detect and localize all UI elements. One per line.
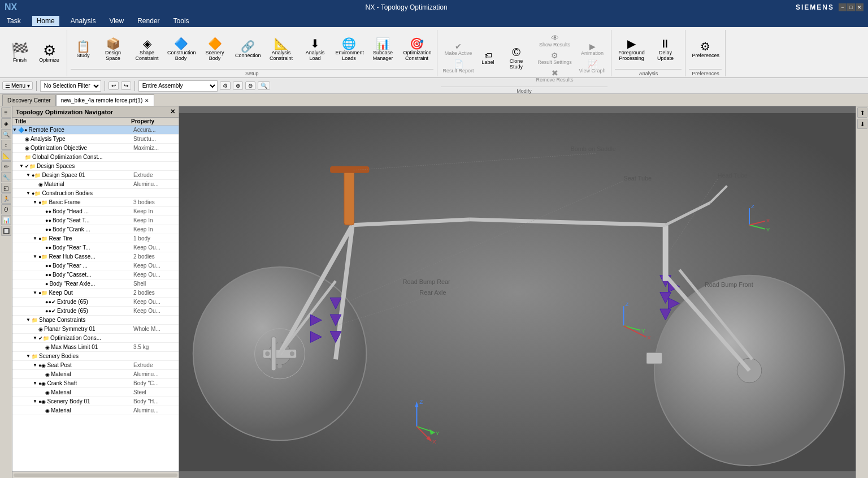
minimize-button[interactable]: − bbox=[839, 3, 847, 11]
panel-close-icon[interactable]: ✕ bbox=[170, 108, 175, 115]
undo-button[interactable]: ↩ bbox=[108, 81, 119, 90]
tree-toggle[interactable]: ▼ bbox=[33, 381, 38, 386]
menu-render[interactable]: Render bbox=[135, 16, 162, 26]
tree-row[interactable]: ◉ Material Steel bbox=[12, 388, 179, 397]
tree-row[interactable]: ▼ 📁 Shape Constraints bbox=[12, 316, 179, 325]
tree-toggle[interactable]: ▼ bbox=[26, 354, 32, 359]
menu-task[interactable]: Task bbox=[5, 16, 23, 26]
tree-toggle[interactable]: ▼ bbox=[33, 363, 38, 368]
tree-toggle[interactable]: ▼ bbox=[33, 335, 38, 341]
tree-toggle[interactable]: ▼ bbox=[26, 191, 32, 196]
preferences-button[interactable]: ⚙ Preferences bbox=[689, 39, 722, 61]
zoom-out-button[interactable]: ⊖ bbox=[245, 81, 255, 90]
sidebar-icon-4[interactable]: ↕ bbox=[1, 140, 11, 150]
win-controls[interactable]: − □ ✕ bbox=[839, 3, 863, 11]
environment-loads-button[interactable]: 🌐 Environment Loads bbox=[333, 36, 366, 63]
menu-home[interactable]: Home bbox=[32, 16, 59, 26]
sidebar-icon-1[interactable]: ≡ bbox=[1, 107, 11, 118]
filter-settings-button[interactable]: ⚙ bbox=[220, 81, 231, 90]
menu-view[interactable]: View bbox=[107, 16, 126, 26]
view-graph-button[interactable]: 📈 View Graph bbox=[577, 58, 608, 75]
sidebar-icon-2[interactable]: ◈ bbox=[1, 118, 11, 128]
subcase-manager-button[interactable]: 📊 Subcase Manager bbox=[367, 36, 400, 63]
tree-row[interactable]: ●●✔ Extrude (65) Keep Ou... bbox=[12, 298, 179, 307]
tree-row[interactable]: ● Body "Rear Axle... Shell bbox=[12, 279, 179, 288]
result-settings-button[interactable]: ⚙ Result Settings bbox=[534, 50, 576, 67]
tree-row[interactable]: ▼ ●📁 Rear Tire 1 body bbox=[12, 234, 179, 243]
tree-row[interactable]: ◉ Material Aluminu... bbox=[12, 406, 179, 415]
study-button[interactable]: 📋 Study bbox=[71, 39, 96, 61]
sidebar-icon-5[interactable]: 📐 bbox=[1, 150, 11, 161]
panel-scrollbar[interactable] bbox=[12, 471, 179, 478]
optimize-button[interactable]: ⚙ Optimize bbox=[35, 40, 63, 66]
tree-row[interactable]: ▼ 🔷● Remote Force Accura... bbox=[12, 126, 179, 135]
tree-toggle[interactable]: ▼ bbox=[26, 317, 32, 322]
tree-row[interactable]: ▼ 📁 Scenery Bodies bbox=[12, 352, 179, 361]
scenery-body-button[interactable]: 🔶 Scenery Body bbox=[198, 36, 231, 63]
tree-row[interactable]: ▼ ●📁 Keep Out 2 bodies bbox=[12, 288, 179, 298]
tree-toggle[interactable]: ▼ bbox=[26, 173, 32, 178]
tree-row[interactable]: ◉ Analysis Type Structu... bbox=[12, 135, 179, 144]
sidebar-icon-6[interactable]: ✏ bbox=[1, 161, 11, 171]
design-space-button[interactable]: 📦 Design Space bbox=[97, 36, 129, 63]
sidebar-icon-10[interactable]: ⏱ bbox=[1, 204, 11, 214]
sidebar-icon-7[interactable]: 🔧 bbox=[1, 172, 11, 182]
assembly-filter-dropdown[interactable]: Entire Assembly bbox=[138, 80, 218, 92]
zoom-in-button[interactable]: ⊕ bbox=[233, 81, 243, 90]
show-results-button[interactable]: 👁 Show Results bbox=[534, 32, 576, 49]
tab-model[interactable]: new_bike_4a remote force.prt(1) ✕ bbox=[56, 94, 155, 106]
tree-toggle[interactable]: ▼ bbox=[33, 236, 38, 241]
optimization-constraint-button[interactable]: 🎯 Optimization Constraint bbox=[401, 36, 433, 63]
label-button[interactable]: 🏷 Label bbox=[478, 50, 499, 67]
menu-tools[interactable]: Tools bbox=[171, 16, 192, 26]
tree-row[interactable]: ●● Body "Head ... Keep In bbox=[12, 207, 179, 216]
tree-row[interactable]: ▼ ●📁 Rear Hub Casse... 2 bodies bbox=[12, 252, 179, 261]
tree-row[interactable]: 📁 Global Optimization Const... bbox=[12, 153, 179, 162]
delay-update-button[interactable]: ⏸ Delay Update bbox=[649, 36, 682, 63]
tree-row[interactable]: ▼ ✔📁 Design Spaces bbox=[12, 162, 179, 171]
tree-row[interactable]: ▼ ●◉ Scenery Body 01 Body "H... bbox=[12, 397, 179, 406]
tree-row[interactable]: ◉ Material Aluminu... bbox=[12, 370, 179, 379]
right-sidebar-icon-2[interactable]: ⬇ bbox=[857, 119, 867, 129]
sidebar-icon-3[interactable]: 🔍 bbox=[1, 129, 11, 139]
tree-row[interactable]: ◉ Optimization Objective Maximiz... bbox=[12, 144, 179, 153]
tree-toggle[interactable]: ▼ bbox=[19, 163, 25, 169]
tree-toggle[interactable]: ▼ bbox=[33, 200, 38, 205]
clone-study-button[interactable]: © Clone Study bbox=[500, 45, 533, 72]
tree-toggle[interactable]: ▼ bbox=[12, 127, 18, 132]
maximize-button[interactable]: □ bbox=[847, 3, 855, 11]
tree-row[interactable]: ▼ ●📁 Construction Bodies bbox=[12, 189, 179, 198]
make-active-button[interactable]: ✔ Make Active bbox=[441, 41, 476, 58]
animation-button[interactable]: ▶ Animation bbox=[577, 41, 608, 58]
redo-button[interactable]: ↪ bbox=[121, 81, 131, 90]
tree-row[interactable]: ◉ Max Mass Limit 01 3.5 kg bbox=[12, 343, 179, 352]
menu-analysis[interactable]: Analysis bbox=[68, 16, 98, 26]
remove-results-button[interactable]: ✖ Remove Results bbox=[534, 67, 576, 84]
foreground-processing-button[interactable]: ▶ Foreground Processing bbox=[615, 36, 648, 63]
tree-row[interactable]: ●● Body "Rear ... Keep Ou... bbox=[12, 261, 179, 270]
sidebar-icon-9[interactable]: 🏃 bbox=[1, 193, 11, 204]
analysis-load-button[interactable]: ⬇ Analysis Load bbox=[299, 36, 332, 63]
right-sidebar-icon-1[interactable]: ⬆ bbox=[857, 107, 867, 118]
zoom-fit-button[interactable]: 🔍 bbox=[258, 81, 270, 90]
tree-row[interactable]: ▼ ●◉ Seat Post Extrude bbox=[12, 361, 179, 370]
tree-row[interactable]: ●● Body "Rear T... Keep Ou... bbox=[12, 243, 179, 252]
connection-button[interactable]: 🔗 Connection bbox=[232, 39, 264, 61]
finish-button[interactable]: 🏁 Finish bbox=[6, 40, 34, 66]
close-button[interactable]: ✕ bbox=[856, 3, 863, 11]
tree-row[interactable]: ▼ ●◉ Crank Shaft Body "C... bbox=[12, 379, 179, 388]
tree-row[interactable]: ●● Body "Seat T... Keep In bbox=[12, 216, 179, 225]
tree-row[interactable]: ●● Body "Crank ... Keep In bbox=[12, 225, 179, 234]
result-report-button[interactable]: 📄 Result Report bbox=[441, 58, 476, 75]
viewport[interactable]: Z Y X Z Y X bbox=[179, 106, 856, 478]
tree-toggle[interactable]: ▼ bbox=[33, 290, 38, 295]
tree-row[interactable]: ◉ Planar Symmetry 01 Whole M... bbox=[12, 325, 179, 334]
tab-discovery-center[interactable]: Discovery Center bbox=[2, 94, 56, 106]
tree-row[interactable]: ▼ ●📁 Basic Frame 3 bodies bbox=[12, 198, 179, 207]
sidebar-icon-12[interactable]: 🔲 bbox=[1, 226, 11, 236]
tree-row[interactable]: ●● Body "Casset... Keep Ou... bbox=[12, 270, 179, 279]
tree-toggle[interactable]: ▼ bbox=[33, 254, 38, 259]
shape-constraint-button[interactable]: ◈ Shape Constraint bbox=[131, 36, 163, 63]
tab-close-icon[interactable]: ✕ bbox=[145, 98, 149, 104]
analysis-constraint-button[interactable]: 📐 Analysis Constraint bbox=[265, 36, 298, 63]
